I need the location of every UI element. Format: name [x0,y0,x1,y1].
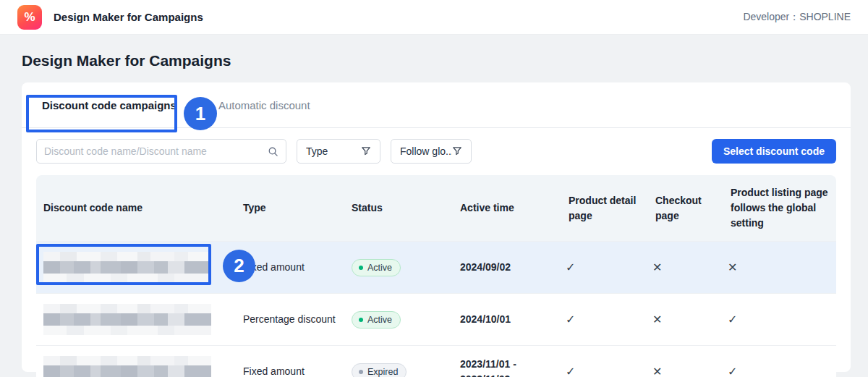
type-cell: Fixed amount [236,242,344,293]
table-row[interactable]: Fixed amount Active 2024/09/02 ✓ ✕ ✕ [36,241,836,293]
filter-follow-global-select[interactable]: Follow glo... [391,139,472,164]
funnel-filter-icon [361,146,371,156]
tab-automatic-discount[interactable]: Automatic discount [218,99,310,111]
filter-follow-global-label: Follow glo... [400,145,452,157]
active-time-cell: 2023/11/01 - 2023/11/03 [453,346,561,377]
active-time-cell: 2024/10/01 [453,294,561,345]
column-header-status: Status [344,175,453,241]
discount-code-name-cell[interactable] [36,346,236,377]
search-icon [268,146,278,157]
status-dot-icon [359,266,363,270]
listing-cross-icon: ✕ [723,242,836,293]
column-header-type: Type [236,175,344,241]
search-box[interactable] [36,139,286,164]
page-title: Design Maker for Campaigns [22,52,868,69]
filter-type-select[interactable]: Type [297,139,380,164]
search-input[interactable] [44,145,268,157]
filter-type-label: Type [306,145,328,157]
checkout-cross-icon: ✕ [648,294,723,345]
developer-account-label: Developer：SHOPLINE [743,11,851,24]
redacted-name-mosaic [43,356,211,377]
product-detail-check-icon: ✓ [561,294,648,345]
tab-discount-code-campaigns[interactable]: Discount code campaigns [42,99,176,111]
status-cell: Active [344,294,453,345]
product-detail-check-icon: ✓ [561,346,648,377]
status-cell: Active [344,242,453,293]
product-detail-check-icon: ✓ [561,242,648,293]
campaigns-card: Discount code campaigns Automatic discou… [22,82,851,372]
type-cell: Fixed amount [236,346,344,377]
funnel-filter-icon [452,146,462,156]
tab-bar: Discount code campaigns Automatic discou… [22,82,851,128]
campaigns-table: Discount code name Type Status Active ti… [36,175,836,377]
app-logo-percent-icon: % [17,5,42,30]
app-title: Design Maker for Campaigns [54,11,203,23]
redacted-name-mosaic [43,304,211,335]
column-header-active-time: Active time [453,175,561,241]
table-row[interactable]: Percentage discount Active 2024/10/01 ✓ … [36,293,836,345]
discount-code-name-cell[interactable] [36,242,236,293]
column-header-product-listing: Product listing page follows the global … [723,175,836,241]
checkout-cross-icon: ✕ [648,346,723,377]
status-badge: Expired [352,363,407,377]
status-badge: Active [352,311,401,329]
checkout-cross-icon: ✕ [648,242,723,293]
column-header-discount-code-name: Discount code name [36,175,236,241]
status-dot-icon [359,370,363,374]
status-badge: Active [352,259,401,276]
table-header-row: Discount code name Type Status Active ti… [36,175,836,241]
status-cell: Expired [344,346,453,377]
select-discount-code-button[interactable]: Select discount code [712,139,836,164]
column-header-checkout-page: Checkout page [648,175,723,241]
listing-check-icon: ✓ [723,294,836,345]
column-header-product-detail-page: Product detail page [561,175,648,241]
active-time-cell: 2024/09/02 [453,242,561,293]
discount-code-name-cell[interactable] [36,294,236,345]
top-bar: % Design Maker for Campaigns Developer：S… [0,0,868,35]
toolbar: Type Follow glo... Select discount code [22,128,851,171]
status-dot-icon [359,318,363,322]
redacted-name-mosaic [43,252,211,283]
listing-check-icon: ✓ [723,346,836,377]
type-cell: Percentage discount [236,294,344,345]
table-row[interactable]: Fixed amount Expired 2023/11/01 - 2023/1… [36,345,836,377]
